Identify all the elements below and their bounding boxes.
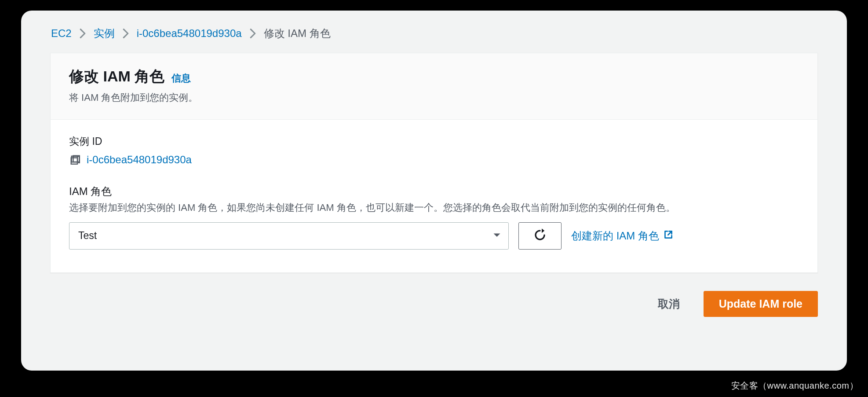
window-frame: EC2 实例 i-0c6bea548019d930a 修改 IAM 角色 修改 …: [21, 11, 847, 371]
info-link[interactable]: 信息: [171, 72, 191, 85]
external-link-icon: [664, 230, 673, 242]
panel-header: 修改 IAM 角色 信息 将 IAM 角色附加到您的实例。: [51, 53, 817, 120]
create-iam-role-link[interactable]: 创建新的 IAM 角色: [571, 229, 673, 243]
cancel-button[interactable]: 取消: [642, 290, 696, 318]
main-panel: 修改 IAM 角色 信息 将 IAM 角色附加到您的实例。 实例 ID: [50, 53, 818, 273]
panel-body: 实例 ID i-0c6bea548019d930a IAM 角色 选择要附加到您…: [51, 120, 817, 272]
breadcrumb: EC2 实例 i-0c6bea548019d930a 修改 IAM 角色: [50, 26, 818, 40]
chevron-right-icon: [250, 29, 256, 38]
instance-id-label: 实例 ID: [69, 135, 799, 148]
iam-role-description: 选择要附加到您的实例的 IAM 角色，如果您尚未创建任何 IAM 角色，也可以新…: [69, 201, 799, 214]
breadcrumb-current: 修改 IAM 角色: [264, 26, 331, 40]
iam-role-selected-value: Test: [78, 230, 97, 242]
breadcrumb-link-instances[interactable]: 实例: [94, 26, 115, 40]
chevron-right-icon: [123, 29, 129, 38]
refresh-icon: [533, 228, 547, 243]
instance-id-link[interactable]: i-0c6bea548019d930a: [87, 154, 192, 166]
iam-role-label: IAM 角色: [69, 184, 799, 198]
svg-rect-0: [72, 156, 78, 162]
page-title: 修改 IAM 角色: [69, 66, 164, 87]
watermark: 安全客（www.anquanke.com）: [731, 380, 858, 392]
breadcrumb-link-ec2[interactable]: EC2: [51, 27, 72, 40]
breadcrumb-link-instance-id[interactable]: i-0c6bea548019d930a: [137, 27, 242, 40]
chevron-right-icon: [80, 29, 86, 38]
panel-subtitle: 将 IAM 角色附加到您的实例。: [69, 91, 799, 104]
refresh-button[interactable]: [518, 222, 562, 250]
update-iam-role-button[interactable]: Update IAM role: [704, 291, 818, 317]
create-iam-role-link-text: 创建新的 IAM 角色: [571, 229, 659, 243]
footer-actions: 取消 Update IAM role: [50, 290, 818, 318]
copy-icon[interactable]: [69, 154, 81, 166]
iam-role-select[interactable]: Test: [69, 222, 509, 250]
